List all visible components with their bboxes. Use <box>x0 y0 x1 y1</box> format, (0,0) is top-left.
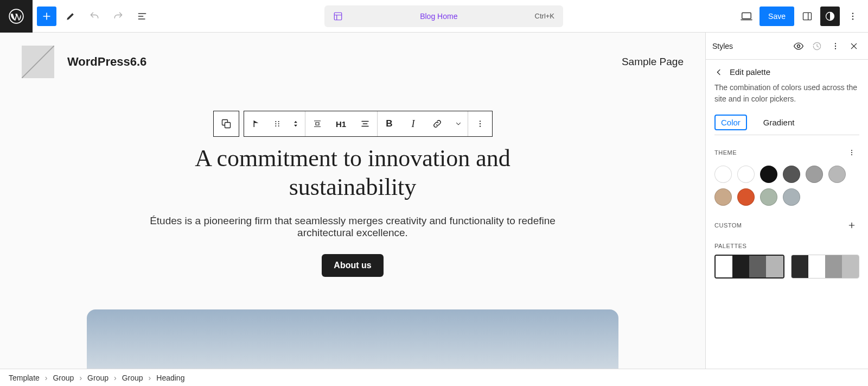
palettes-row <box>714 255 859 279</box>
hero-image-block[interactable] <box>87 309 618 369</box>
color-gradient-tabs: Color Gradient <box>714 115 859 135</box>
toolbar-right: Save <box>731 7 868 26</box>
undo-button[interactable] <box>85 7 104 26</box>
link-button[interactable] <box>425 111 449 136</box>
block-parent-selector[interactable] <box>213 111 239 137</box>
block-options-button[interactable] <box>468 111 492 136</box>
svg-point-15 <box>278 125 279 126</box>
theme-swatch-4[interactable] <box>806 166 823 183</box>
options-menu-button[interactable] <box>843 7 863 26</box>
custom-section-label: CUSTOM <box>714 222 742 229</box>
theme-swatches <box>714 166 859 206</box>
block-drag-handle[interactable] <box>268 111 286 136</box>
breadcrumb-sep: › <box>79 374 82 382</box>
theme-section-label: THEME <box>714 149 737 156</box>
close-sidebar-icon[interactable] <box>846 39 861 54</box>
svg-rect-1 <box>334 12 342 20</box>
breadcrumb-item[interactable]: Template <box>9 374 40 382</box>
document-overview-button[interactable] <box>132 7 152 26</box>
template-locator[interactable]: Blog Home Ctrl+K <box>324 5 563 27</box>
breadcrumb-item[interactable]: Group <box>87 374 108 382</box>
svg-point-14 <box>275 125 276 126</box>
block-breadcrumb: Template›Group›Group›Group›Heading <box>0 369 868 386</box>
wordpress-logo[interactable] <box>0 0 33 33</box>
theme-swatch-9[interactable] <box>783 188 800 206</box>
editor-canvas: WordPress6.6 Sample Page <box>0 33 705 369</box>
palettes-section-label: PALETTES <box>714 243 746 249</box>
svg-rect-9 <box>225 123 230 128</box>
tab-color[interactable]: Color <box>714 115 747 130</box>
theme-swatch-8[interactable] <box>760 188 777 206</box>
template-icon <box>333 11 343 21</box>
breadcrumb-sep: › <box>149 374 151 382</box>
align-button[interactable] <box>305 111 329 136</box>
site-logo-placeholder[interactable] <box>22 46 54 78</box>
svg-point-12 <box>275 123 276 124</box>
text-align-button[interactable] <box>353 111 377 136</box>
theme-swatch-3[interactable] <box>783 166 800 183</box>
block-inserter-button[interactable] <box>37 7 56 26</box>
svg-point-6 <box>852 15 854 17</box>
theme-more-icon[interactable] <box>844 145 859 160</box>
svg-point-19 <box>797 45 800 47</box>
hero-subtext[interactable]: Études is a pioneering firm that seamles… <box>141 215 564 239</box>
breadcrumb-item[interactable]: Heading <box>156 374 184 382</box>
nav-item-sample-page[interactable]: Sample Page <box>622 56 684 68</box>
redo-button[interactable] <box>108 7 128 26</box>
italic-button[interactable]: I <box>401 111 425 136</box>
theme-swatch-6[interactable] <box>714 188 732 206</box>
heading-level-button[interactable]: H1 <box>329 111 353 136</box>
back-chevron-icon[interactable] <box>714 68 723 77</box>
theme-swatch-0[interactable] <box>714 166 732 183</box>
svg-rect-3 <box>803 12 812 20</box>
theme-swatch-5[interactable] <box>828 166 846 183</box>
svg-point-21 <box>835 45 836 46</box>
block-toolbar: H1 B I <box>244 111 493 137</box>
palette-option-1[interactable] <box>791 255 860 279</box>
svg-point-23 <box>851 150 852 151</box>
breadcrumb-item[interactable]: Group <box>122 374 143 382</box>
toolbar-left <box>33 7 156 26</box>
svg-point-17 <box>479 123 480 124</box>
tab-gradient[interactable]: Gradient <box>758 115 800 135</box>
sidebar-title: Styles <box>712 42 788 50</box>
sidebar-header: Styles <box>706 33 868 60</box>
theme-swatch-2[interactable] <box>760 166 777 183</box>
svg-point-11 <box>278 121 279 122</box>
breadcrumb-item[interactable]: Group <box>53 374 74 382</box>
palette-option-0[interactable] <box>714 255 784 279</box>
svg-point-18 <box>479 126 480 127</box>
site-title[interactable]: WordPress6.6 <box>67 55 146 69</box>
palette-description: The combination of colors used across th… <box>714 82 859 105</box>
add-custom-color-icon[interactable] <box>844 218 859 233</box>
theme-swatch-1[interactable] <box>737 166 755 183</box>
breadcrumb-sep: › <box>45 374 48 382</box>
settings-panel-toggle[interactable] <box>797 7 817 26</box>
style-book-icon[interactable] <box>791 39 806 54</box>
edit-tool-button[interactable] <box>61 7 80 26</box>
block-type-icon[interactable] <box>244 111 268 136</box>
breadcrumb-sep: › <box>114 374 117 382</box>
styles-panel-toggle[interactable] <box>820 7 840 26</box>
sidebar-more-icon[interactable] <box>828 39 843 54</box>
bold-button[interactable]: B <box>378 111 401 136</box>
svg-rect-2 <box>742 12 751 18</box>
save-button[interactable]: Save <box>760 7 794 26</box>
device-preview-button[interactable] <box>737 7 756 26</box>
svg-point-25 <box>851 154 852 155</box>
toolbar-center: Blog Home Ctrl+K <box>156 5 731 27</box>
block-move-arrows[interactable] <box>286 111 305 136</box>
hero-block: H1 B I <box>141 111 564 277</box>
editor-topbar: Blog Home Ctrl+K Save <box>0 0 868 33</box>
svg-point-22 <box>835 48 836 49</box>
hero-heading[interactable]: A commitment to innovation and sustainab… <box>141 144 564 202</box>
about-us-button[interactable]: About us <box>322 254 383 277</box>
svg-point-7 <box>852 18 854 20</box>
svg-point-5 <box>852 12 854 14</box>
styles-sidebar: Styles Edit palette The combination of c… <box>705 33 868 369</box>
revisions-icon[interactable] <box>809 39 825 54</box>
theme-swatch-7[interactable] <box>737 188 755 206</box>
site-header: WordPress6.6 Sample Page <box>22 46 684 78</box>
svg-point-10 <box>275 121 276 122</box>
more-rich-text-button[interactable] <box>449 111 468 136</box>
